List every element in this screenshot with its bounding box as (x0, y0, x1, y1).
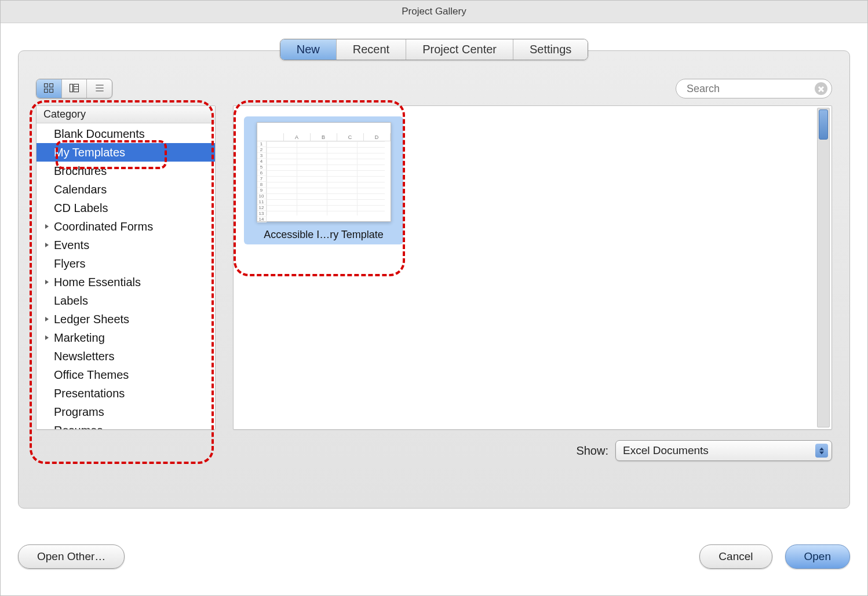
category-item-label: Programs (52, 404, 104, 420)
category-item[interactable]: Resumes (37, 421, 215, 429)
disclosure-triangle-icon (42, 316, 52, 322)
template-pane: ABCD1234567891011121314Accessible I…ry T… (233, 105, 832, 430)
category-list[interactable]: Blank DocumentsMy TemplatesBrochuresCale… (37, 123, 215, 429)
view-mode-segment (36, 79, 112, 98)
tab-settings[interactable]: Settings (513, 39, 588, 60)
category-item[interactable]: Programs (37, 403, 215, 421)
category-item[interactable]: My Templates (37, 143, 215, 162)
main-panel: Category Blank DocumentsMy TemplatesBroc… (18, 50, 850, 509)
view-list-button[interactable] (87, 79, 112, 98)
category-item[interactable]: Labels (37, 291, 215, 310)
disclosure-triangle-icon (42, 224, 52, 229)
category-item[interactable]: CD Labels (37, 199, 215, 217)
close-icon (818, 84, 824, 94)
tab-segment: New Recent Project Center Settings (280, 39, 589, 60)
category-item[interactable]: Calendars (37, 180, 215, 199)
svg-rect-1 (50, 83, 53, 87)
disclosure-triangle-icon (42, 242, 52, 248)
category-item[interactable]: Marketing (37, 328, 215, 347)
svg-rect-2 (45, 89, 48, 92)
category-item[interactable]: Presentations (37, 384, 215, 403)
category-header: Category (37, 106, 215, 123)
category-item-label: Labels (52, 292, 88, 309)
popup-stepper-icon (815, 444, 828, 458)
category-item-label: Ledger Sheets (52, 311, 129, 327)
show-popup[interactable]: Excel Documents (615, 440, 832, 461)
category-item-label: Office Themes (52, 367, 129, 383)
columns-icon (68, 82, 80, 96)
view-icons-button[interactable] (37, 79, 62, 98)
svg-marker-13 (45, 224, 49, 229)
search-input[interactable] (676, 79, 832, 98)
category-item[interactable]: Blank Documents (37, 125, 215, 143)
category-item-label: Flyers (52, 255, 85, 272)
svg-rect-5 (74, 84, 78, 92)
cancel-button[interactable]: Cancel (699, 544, 772, 569)
category-item[interactable]: Home Essentials (37, 273, 215, 291)
body-area: New Recent Project Center Settings (18, 39, 850, 509)
open-button[interactable]: Open (785, 544, 850, 569)
category-item[interactable]: Newsletters (37, 347, 215, 365)
search-clear-button[interactable] (815, 82, 827, 95)
svg-marker-17 (45, 335, 49, 340)
template-item[interactable]: ABCD1234567891011121314Accessible I…ry T… (244, 116, 403, 244)
category-pane: Category Blank DocumentsMy TemplatesBroc… (36, 105, 216, 430)
svg-rect-0 (45, 83, 48, 87)
toolbar-row (36, 79, 832, 98)
tab-project-center[interactable]: Project Center (406, 39, 513, 60)
category-item-label: Blank Documents (52, 126, 145, 142)
open-other-button[interactable]: Open Other… (18, 544, 125, 569)
show-label: Show: (576, 444, 608, 458)
category-item-label: CD Labels (52, 200, 108, 216)
category-item[interactable]: Flyers (37, 254, 215, 273)
show-row: Show: Excel Documents (36, 440, 832, 461)
svg-rect-4 (70, 84, 73, 92)
category-item-label: Events (52, 237, 89, 253)
category-item[interactable]: Coordinated Forms (37, 217, 215, 236)
svg-marker-18 (819, 447, 824, 450)
svg-marker-14 (45, 243, 49, 247)
search-field-wrap (676, 79, 832, 98)
template-label: Accessible I…ry Template (250, 229, 397, 241)
tab-recent[interactable]: Recent (337, 39, 406, 60)
content-row: Category Blank DocumentsMy TemplatesBroc… (36, 105, 832, 430)
template-scrollbar[interactable] (817, 108, 830, 427)
tab-new[interactable]: New (280, 39, 337, 60)
category-item-label: My Templates (52, 144, 125, 160)
category-item[interactable]: Office Themes (37, 365, 215, 384)
disclosure-triangle-icon (42, 279, 52, 285)
category-item[interactable]: Ledger Sheets (37, 310, 215, 328)
show-popup-value: Excel Documents (623, 444, 709, 457)
list-icon (94, 82, 105, 96)
scrollbar-thumb[interactable] (819, 109, 828, 140)
template-thumbnail: ABCD1234567891011121314 (257, 122, 391, 222)
category-item[interactable]: Brochures (37, 162, 215, 180)
category-item[interactable]: Events (37, 236, 215, 254)
disclosure-triangle-icon (42, 335, 52, 341)
svg-marker-19 (819, 451, 824, 454)
category-item-label: Home Essentials (52, 274, 141, 290)
window-title: Project Gallery (402, 6, 466, 17)
svg-marker-16 (45, 317, 49, 321)
category-item-label: Marketing (52, 330, 105, 346)
category-item-label: Calendars (52, 181, 107, 198)
template-grid: ABCD1234567891011121314Accessible I…ry T… (244, 116, 821, 244)
category-item-label: Presentations (52, 385, 125, 401)
grid-icon (43, 82, 54, 96)
category-item-label: Coordinated Forms (52, 218, 153, 235)
svg-rect-3 (50, 89, 53, 92)
tab-bar: New Recent Project Center Settings (18, 39, 850, 60)
project-gallery-window: Project Gallery New Recent Project Cente… (0, 0, 868, 596)
button-row: Open Other… Cancel Open (18, 544, 850, 569)
category-item-label: Resumes (52, 422, 103, 429)
category-item-label: Brochures (52, 163, 107, 179)
right-buttons: Cancel Open (699, 544, 850, 569)
titlebar: Project Gallery (1, 1, 867, 23)
svg-marker-15 (45, 280, 49, 284)
view-columns-button[interactable] (62, 79, 87, 98)
category-item-label: Newsletters (52, 348, 114, 364)
